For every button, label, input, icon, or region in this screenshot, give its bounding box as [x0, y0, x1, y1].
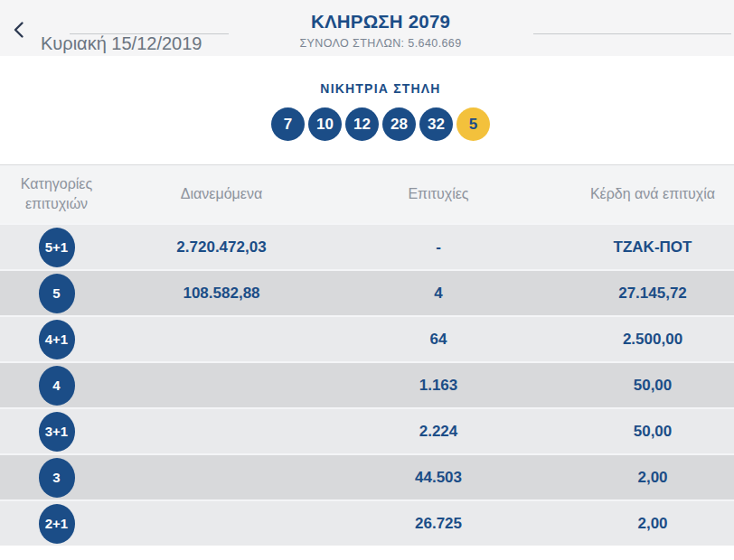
winners-cell: 4 — [330, 285, 547, 303]
winning-number-ball: 28 — [382, 107, 416, 141]
category-badge: 2+1 — [39, 504, 75, 544]
winning-number-ball: 7 — [271, 107, 305, 141]
total-columns-label: ΣΥΝΟΛΟ ΣΤΗΛΩΝ: 5.640.669 — [27, 37, 734, 50]
draw-title-block: ΚΛΗΡΩΣΗ 2079 ΣΥΝΟΛΟ ΣΤΗΛΩΝ: 5.640.669 — [0, 0, 734, 50]
winners-cell: 44.503 — [330, 469, 547, 487]
winning-number-ball: 12 — [345, 107, 379, 141]
prize-cell: 27.145,72 — [547, 285, 734, 303]
category-badge: 5+1 — [39, 228, 75, 267]
prize-cell: 50,00 — [547, 423, 734, 441]
table-row: 2+1 26.725 2,00 — [0, 499, 734, 546]
winning-column-section: ΝΙΚΗΤΡΙΑ ΣΤΗΛΗ 7 10 12 28 32 5 — [0, 56, 734, 164]
winning-number-ball: 32 — [419, 107, 453, 141]
winning-number-ball: 10 — [308, 107, 342, 141]
winning-numbers: 7 10 12 28 32 5 — [27, 107, 734, 141]
prize-cell: ΤΖΑΚ-ΠΟΤ — [547, 238, 734, 257]
category-badge: 3 — [39, 458, 75, 498]
winners-cell: 1.163 — [330, 377, 547, 395]
winners-cell: 26.725 — [330, 515, 547, 533]
category-badge: 4 — [39, 366, 75, 406]
winners-cell: - — [330, 238, 547, 257]
table-row: 3 44.503 2,00 — [0, 453, 734, 499]
table-row: 5 108.582,88 4 27.145,72 — [0, 269, 734, 315]
col-header-distributed: Διανεμόμενα — [113, 186, 330, 202]
table-row: 3+1 2.224 50,00 — [0, 407, 734, 453]
table-row: 4+1 64 2.500,00 — [0, 315, 734, 361]
prizes-table: Κατηγορίες επιτυχιών Διανεμόμενα Επιτυχί… — [0, 164, 734, 546]
bonus-number-ball: 5 — [456, 107, 490, 141]
category-badge: 3+1 — [39, 412, 75, 452]
table-row: 5+1 2.720.472,03 - ΤΖΑΚ-ΠΟΤ — [0, 223, 734, 269]
table-row: 4 1.163 50,00 — [0, 361, 734, 407]
table-header-row: Κατηγορίες επιτυχιών Διανεμόμενα Επιτυχί… — [0, 164, 734, 223]
category-badge: 4+1 — [39, 320, 75, 359]
draw-results-page: Κυριακή 15/12/2019 ΚΛΗΡΩΣΗ 2079 ΣΥΝΟΛΟ Σ… — [0, 0, 734, 560]
winners-cell: 2.224 — [330, 423, 547, 441]
draw-header: Κυριακή 15/12/2019 ΚΛΗΡΩΣΗ 2079 ΣΥΝΟΛΟ Σ… — [0, 0, 734, 56]
col-header-categories: Κατηγορίες επιτυχιών — [0, 174, 113, 215]
prize-cell: 50,00 — [547, 377, 734, 395]
draw-title: ΚΛΗΡΩΣΗ 2079 — [27, 11, 734, 33]
prize-cell: 2,00 — [547, 469, 734, 487]
winners-cell: 64 — [330, 331, 547, 349]
col-header-prize: Κέρδη ανά επιτυχία — [547, 186, 734, 202]
col-header-winners: Επιτυχίες — [330, 186, 547, 202]
distributed-cell: 108.582,88 — [113, 285, 330, 303]
winning-column-title: ΝΙΚΗΤΡΙΑ ΣΤΗΛΗ — [27, 81, 734, 96]
prize-cell: 2,00 — [547, 515, 734, 533]
prize-cell: 2.500,00 — [547, 331, 734, 349]
category-badge: 5 — [39, 274, 75, 313]
distributed-cell: 2.720.472,03 — [113, 238, 330, 257]
